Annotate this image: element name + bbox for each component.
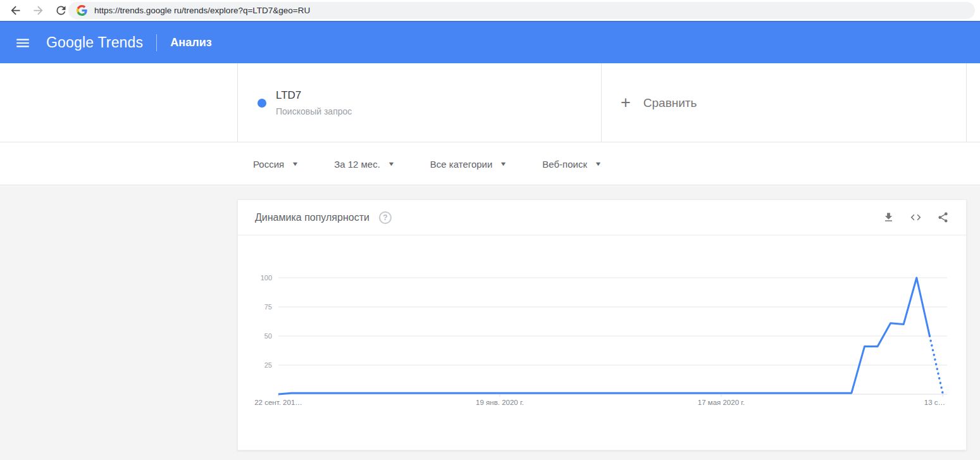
x-tick-label: 17 мая 2020 г. bbox=[698, 399, 745, 406]
browser-forward-icon[interactable] bbox=[30, 3, 46, 18]
filter-category-dropdown[interactable]: Все категории ▼ bbox=[430, 159, 506, 170]
chart-actions bbox=[882, 211, 949, 224]
chart-area: 25507510022 сент. 201…19 янв. 2020 г.17 … bbox=[238, 235, 966, 450]
embed-code-icon[interactable] bbox=[909, 211, 922, 224]
app-header: GoogleTrends Анализ bbox=[0, 21, 980, 63]
term-info: LTD7 Поисковый запрос bbox=[276, 89, 352, 116]
chart-card-header: Динамика популярности ? bbox=[238, 200, 966, 235]
x-tick-label: 22 сент. 201… bbox=[254, 399, 302, 406]
download-icon[interactable] bbox=[882, 211, 895, 224]
content-area: Динамика популярности ? 25507510022 сент… bbox=[0, 186, 980, 460]
filter-bar: Россия ▼ За 12 мес. ▼ Все категории ▼ Ве… bbox=[0, 143, 980, 185]
term-type-label: Поисковый запрос bbox=[276, 106, 352, 116]
filter-region-value: Россия bbox=[253, 159, 284, 170]
address-bar[interactable]: https://trends.google ru/trends/explore?… bbox=[68, 2, 975, 19]
page: https://trends.google ru/trends/explore?… bbox=[0, 0, 980, 460]
term-query: LTD7 bbox=[276, 89, 352, 102]
browser-reload-icon[interactable] bbox=[53, 3, 69, 18]
help-icon[interactable]: ? bbox=[379, 211, 392, 224]
y-tick-label: 100 bbox=[261, 274, 272, 282]
explore-header: LTD7 Поисковый запрос + Сравнить bbox=[0, 63, 980, 142]
nav-item-analysis[interactable]: Анализ bbox=[170, 36, 211, 49]
filter-time-dropdown[interactable]: За 12 мес. ▼ bbox=[334, 159, 394, 170]
header-divider bbox=[156, 34, 157, 51]
chevron-down-icon: ▼ bbox=[500, 161, 507, 167]
url-text: https://trends.google ru/trends/explore?… bbox=[94, 6, 310, 15]
interest-over-time-card: Динамика популярности ? 25507510022 сент… bbox=[237, 199, 967, 451]
browser-toolbar: https://trends.google ru/trends/explore?… bbox=[0, 0, 980, 21]
y-tick-label: 75 bbox=[264, 303, 272, 311]
chart-title: Динамика популярности bbox=[255, 212, 369, 223]
share-icon[interactable] bbox=[936, 211, 949, 224]
chevron-down-icon: ▼ bbox=[292, 161, 299, 167]
y-tick-label: 25 bbox=[264, 361, 272, 369]
filter-searchtype-value: Веб-поиск bbox=[542, 159, 587, 170]
logo-trends-text: Trends bbox=[97, 34, 143, 51]
compare-label: Сравнить bbox=[643, 96, 697, 110]
filter-time-value: За 12 мес. bbox=[334, 159, 380, 170]
trend-line-dotted bbox=[929, 336, 943, 393]
x-tick-label: 19 янв. 2020 г. bbox=[476, 399, 524, 406]
filter-category-value: Все категории bbox=[430, 159, 493, 170]
trend-line-chart[interactable]: 25507510022 сент. 201…19 янв. 2020 г.17 … bbox=[238, 235, 966, 450]
x-tick-label: 13 с… bbox=[924, 399, 945, 406]
add-comparison-button[interactable]: + Сравнить bbox=[601, 63, 967, 142]
chevron-down-icon: ▼ bbox=[594, 161, 602, 167]
plus-icon: + bbox=[621, 94, 631, 111]
google-trends-logo[interactable]: GoogleTrends bbox=[46, 34, 143, 51]
filter-searchtype-dropdown[interactable]: Веб-поиск ▼ bbox=[542, 159, 601, 170]
search-term-card[interactable]: LTD7 Поисковый запрос bbox=[237, 63, 601, 142]
browser-back-icon[interactable] bbox=[8, 3, 23, 18]
filter-region-dropdown[interactable]: Россия ▼ bbox=[253, 159, 298, 170]
google-g-icon bbox=[77, 5, 87, 16]
series-color-dot-icon bbox=[257, 99, 266, 108]
logo-google-text: Google bbox=[46, 34, 94, 51]
hamburger-menu-icon[interactable] bbox=[15, 35, 31, 51]
chevron-down-icon: ▼ bbox=[387, 161, 395, 167]
y-tick-label: 50 bbox=[264, 332, 272, 340]
